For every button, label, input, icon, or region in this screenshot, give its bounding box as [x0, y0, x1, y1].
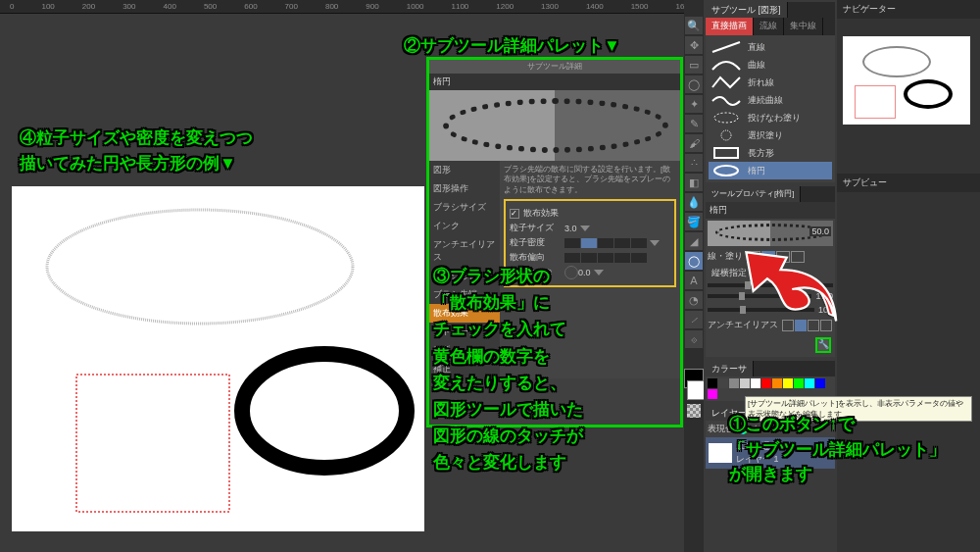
shape-ellipse[interactable]: 楕円	[709, 162, 832, 179]
tool-balloon[interactable]: ◔	[685, 291, 703, 309]
annotation-3: ③ブラシ形状の 「散布効果」に チェックを入れて 黄色欄の数字を 変えたりすると…	[433, 263, 583, 477]
color-panel[interactable]: カラーサ	[706, 361, 835, 401]
svg-point-0	[47, 210, 353, 324]
group-stream[interactable]: 流線	[754, 18, 784, 35]
panel-title: サブツール詳細	[429, 60, 680, 74]
tool-ruler[interactable]: ⟋	[685, 311, 703, 328]
tab-subtool[interactable]: サブツール [図形]	[706, 2, 788, 18]
subview-title: サブビュー	[837, 174, 980, 192]
tool-wand[interactable]: ✦	[685, 95, 703, 113]
toolbar-vertical[interactable]: 🔍 ✥ ▭ ◯ ✦ ✎ 🖌 ∴ ◧ 💧 🪣 ◢ ◯ A ◔ ⟋ ⟐	[684, 0, 704, 552]
brush-preview	[429, 90, 680, 161]
tool-shape[interactable]: ◯	[685, 252, 703, 270]
tool-brush[interactable]: 🖌	[685, 134, 703, 152]
tool-eraser[interactable]: ◧	[685, 174, 703, 191]
svg-point-1	[242, 354, 407, 468]
svg-point-7	[714, 166, 738, 176]
dropdown-icon[interactable]	[594, 270, 604, 276]
dropdown-icon[interactable]	[580, 226, 590, 231]
annotation-2: ②サブツール詳細パレット▼	[404, 33, 620, 59]
tool-airbrush[interactable]: ∴	[685, 154, 703, 172]
bias-bars[interactable]	[564, 253, 647, 263]
tool-gradient[interactable]: ◢	[685, 232, 703, 250]
subtool-panel[interactable]: サブツール [図形] 直接描画 流線 集中線 直線 曲線 折れ線 連続曲線 投げ…	[706, 2, 835, 182]
svg-rect-2	[76, 375, 229, 512]
group-direct[interactable]: 直接描画	[706, 18, 754, 35]
shape-curve[interactable]: 曲線	[709, 56, 832, 74]
group-focus[interactable]: 集中線	[784, 18, 823, 35]
tool-lasso[interactable]: ◯	[685, 75, 703, 93]
shape-selfill[interactable]: 選択塗り	[709, 126, 832, 144]
cat-brushsize[interactable]: ブラシサイズ	[429, 198, 500, 217]
tool-select[interactable]: ▭	[685, 56, 703, 74]
svg-rect-6	[714, 148, 738, 158]
arrow-icon	[735, 245, 853, 333]
cat-ink[interactable]: インク	[429, 217, 500, 235]
svg-point-5	[721, 130, 731, 140]
tool-move[interactable]: ✥	[685, 36, 703, 54]
brush-preview-small: 50.0	[708, 221, 833, 246]
shape-contcurve[interactable]: 連続曲線	[709, 91, 832, 109]
cat-shapeop[interactable]: 図形操作	[429, 179, 500, 198]
tool-text[interactable]: A	[685, 272, 703, 289]
category-desc: ブラシ先端の散布に関する設定を行います。[散布効果]を設定すると、ブラシ先端をス…	[504, 165, 676, 195]
dropdown-icon[interactable]	[650, 240, 660, 246]
transparent-color[interactable]	[687, 404, 701, 418]
shape-lasso[interactable]: 投げなわ塗り	[709, 109, 832, 126]
subtool-detail-button[interactable]: 🔧	[815, 337, 831, 353]
scatter-checkbox[interactable]	[510, 209, 519, 219]
shape-polyline[interactable]: 折れ線	[709, 74, 832, 91]
tab-ellipse[interactable]: 楕円	[429, 74, 680, 90]
svg-line-3	[712, 42, 740, 52]
annotation-1: ①このボタン↑で 「サブツール詳細パレット」 が開きます	[729, 412, 946, 487]
svg-point-4	[714, 113, 738, 123]
tool-fill[interactable]: 🪣	[685, 213, 703, 230]
tool-blend[interactable]: 💧	[685, 193, 703, 211]
annotation-4: ④粒子サイズや密度を変えつつ 描いてみた円や長方形の例▼	[20, 125, 253, 176]
tool-zoom[interactable]: 🔍	[685, 17, 703, 34]
canvas[interactable]	[12, 186, 424, 531]
shape-rect[interactable]: 長方形	[709, 144, 832, 162]
navigator-title: ナビゲーター	[837, 0, 980, 19]
shape-line[interactable]: 直線	[709, 38, 832, 56]
tool-pen[interactable]: ✎	[685, 115, 703, 132]
navigator-thumb[interactable]	[843, 36, 970, 125]
density-bars[interactable]	[564, 238, 647, 248]
tool-eyedrop[interactable]: ⟐	[685, 330, 703, 348]
particle-size-field[interactable]: 3.0	[564, 224, 577, 233]
cat-shape[interactable]: 図形	[429, 161, 500, 179]
